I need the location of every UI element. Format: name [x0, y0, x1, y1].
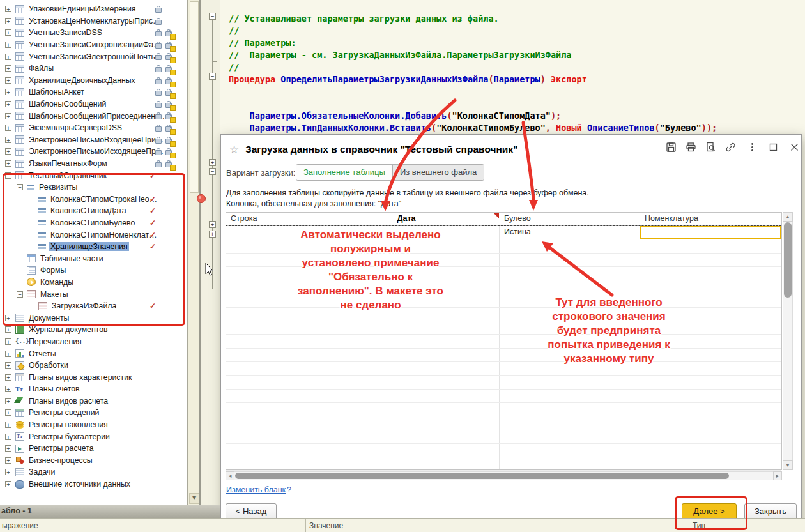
tree-item[interactable]: +УчетныеЗаписиDSS: [0, 27, 187, 39]
expand-icon[interactable]: +: [5, 434, 12, 440]
expand-icon[interactable]: +: [5, 148, 12, 155]
expand-icon[interactable]: +: [5, 469, 12, 475]
tree-item[interactable]: +Регистры расчета: [0, 443, 187, 455]
save-icon[interactable]: [665, 141, 679, 155]
link-icon[interactable]: [724, 141, 739, 155]
expand-icon[interactable]: +: [5, 338, 12, 345]
close-icon[interactable]: [788, 141, 802, 155]
fold-tick: [212, 61, 217, 62]
expand-icon[interactable]: +: [5, 374, 12, 381]
expand-icon[interactable]: +: [5, 398, 12, 404]
column-header-4[interactable]: Номенклатура: [645, 212, 776, 225]
tree-item[interactable]: +Файлы: [0, 63, 187, 75]
fold-collapse-icon[interactable]: −: [209, 168, 216, 175]
tree-item-label: Задачи: [27, 467, 56, 476]
expand-icon[interactable]: +: [5, 137, 12, 143]
tree-item[interactable]: +ШаблоныСообщенийПрисоединенн…: [0, 110, 187, 122]
tree-item[interactable]: +Регистры накопления: [0, 419, 187, 431]
table-vscroll-thumb[interactable]: [784, 222, 792, 298]
tree-item[interactable]: +Обработки: [0, 360, 187, 372]
favorite-star-icon[interactable]: ☆: [229, 143, 239, 156]
scroll-left-icon[interactable]: ◄: [226, 471, 234, 480]
fold-expand-icon[interactable]: +: [209, 221, 216, 228]
fold-collapse-icon[interactable]: −: [209, 73, 216, 80]
column-header-1[interactable]: Строка: [231, 212, 309, 225]
tree-item[interactable]: +ШаблоныАнкет: [0, 86, 187, 98]
fold-expand-icon[interactable]: +: [209, 231, 216, 238]
expand-icon[interactable]: +: [5, 326, 12, 333]
tree-item-label: Внешние источники данных: [27, 480, 132, 489]
expand-icon[interactable]: +: [5, 351, 12, 357]
tree-item[interactable]: +ЭкземплярыСервераDSS: [0, 122, 187, 134]
expand-icon[interactable]: +: [5, 42, 12, 48]
cell-bool-value[interactable]: Истина: [504, 227, 531, 236]
maximize-icon[interactable]: [767, 141, 781, 155]
tree-item[interactable]: +ХранилищеДвоичныхДанных: [0, 75, 187, 87]
cat-icon: [15, 65, 24, 73]
expand-icon[interactable]: +: [5, 481, 12, 487]
expand-icon[interactable]: +: [5, 65, 12, 72]
lock-icon: [155, 67, 162, 72]
tree-item[interactable]: +Планы видов характеристик: [0, 371, 187, 383]
tab-from-external-file[interactable]: Из внешнего файла: [393, 165, 484, 180]
tree-scrollbar-thumb[interactable]: [190, 1, 199, 193]
active-cell-outline[interactable]: [640, 226, 781, 239]
expand-icon[interactable]: +: [5, 6, 12, 12]
expand-icon[interactable]: +: [5, 125, 12, 131]
help-link[interactable]: ?: [287, 485, 291, 494]
expand-icon[interactable]: +: [5, 457, 12, 464]
expand-icon[interactable]: +: [5, 29, 12, 36]
tree-vertical-scrollbar[interactable]: ▼: [188, 0, 199, 505]
tree-item[interactable]: +Задачи: [0, 466, 187, 478]
tree-item-label: Бизнес-процессы: [27, 456, 94, 465]
tree-item[interactable]: +Перечисления: [0, 336, 187, 348]
tree-item[interactable]: +Планы видов расчета: [0, 395, 187, 407]
tree-item[interactable]: +ЭлектронноеПисьмоВходящееПри…: [0, 134, 187, 146]
tab-fill-table[interactable]: Заполнение таблицы: [296, 165, 393, 180]
tree-item[interactable]: +УпаковкиЕдиницыИзмерения: [0, 3, 187, 15]
lock-icon: [155, 103, 162, 108]
expand-icon[interactable]: +: [5, 362, 12, 369]
expand-icon[interactable]: +: [5, 54, 12, 60]
tree-item[interactable]: +ЯзыкиПечатныхФорм: [0, 158, 187, 170]
more-icon[interactable]: [746, 141, 760, 155]
cat-icon: [15, 124, 24, 132]
preview-icon[interactable]: [705, 141, 719, 155]
tree-item[interactable]: +Внешние источники данных: [0, 478, 187, 490]
expand-icon[interactable]: +: [5, 386, 12, 392]
tree-item[interactable]: +ШаблоныСообщений: [0, 98, 187, 110]
expand-icon[interactable]: +: [5, 113, 12, 119]
tree-item-label: ХранилищеДвоичныхДанных: [27, 76, 137, 85]
tree-item[interactable]: +Бизнес-процессы: [0, 455, 187, 467]
expand-icon[interactable]: +: [5, 409, 12, 416]
edit-blank-link[interactable]: Изменить бланк: [226, 485, 286, 494]
table-row-line: [226, 430, 781, 430]
tree-item[interactable]: +ЭлектронноеПисьмоИсходящееПр…: [0, 146, 187, 158]
expand-icon[interactable]: +: [5, 422, 12, 428]
fold-collapse-icon[interactable]: −: [209, 13, 216, 20]
expand-icon[interactable]: +: [5, 445, 12, 452]
fold-expand-icon[interactable]: +: [209, 159, 216, 166]
tree-item[interactable]: +Регистры бухгалтерии: [0, 430, 187, 443]
expand-icon[interactable]: +: [5, 101, 12, 107]
expand-icon[interactable]: +: [5, 160, 12, 167]
tree-item[interactable]: +Планы счетов: [0, 383, 187, 395]
expand-icon[interactable]: +: [5, 18, 12, 24]
table-hscroll-thumb[interactable]: [235, 473, 729, 479]
tree-item[interactable]: +УчетныеЗаписиСинхронизацииФа…: [0, 39, 187, 51]
scroll-up-icon[interactable]: ▲: [783, 212, 793, 222]
column-header-2[interactable]: Дата: [319, 212, 494, 225]
scroll-right-icon[interactable]: ►: [773, 471, 782, 480]
expand-icon[interactable]: +: [5, 77, 12, 84]
tree-item[interactable]: +Отчеты: [0, 347, 187, 360]
expand-icon[interactable]: +: [5, 89, 12, 95]
code-text[interactable]: // Устанавливает параметры загрузки данн…: [229, 13, 717, 134]
tree-scrollbar-down-icon[interactable]: ▼: [189, 493, 199, 504]
print-icon[interactable]: [685, 141, 699, 155]
tree-item[interactable]: +УчетныеЗаписиЭлектроннойПочты: [0, 50, 187, 63]
column-header-3[interactable]: Булево: [504, 212, 634, 225]
tree-item[interactable]: +Регистры сведений: [0, 407, 187, 419]
tree-item-label: Журналы документов: [27, 325, 109, 334]
scroll-down-icon[interactable]: ▼: [783, 460, 793, 470]
tree-item[interactable]: +УстановкаЦенНоменклатурыПрис…: [0, 15, 187, 27]
